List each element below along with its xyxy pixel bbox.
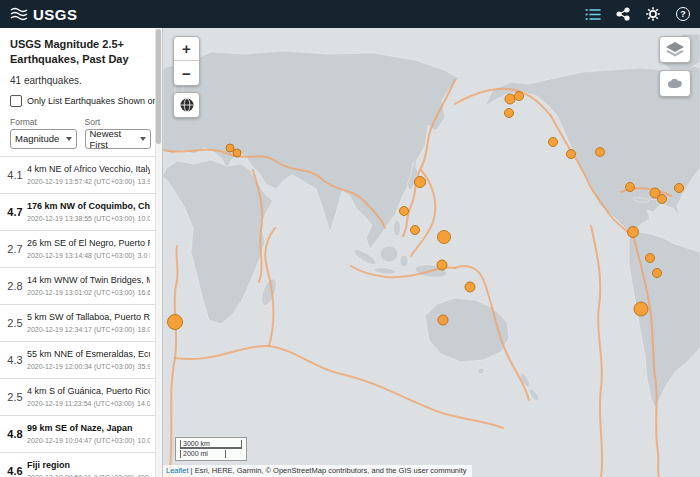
basemap-button[interactable] [659, 70, 691, 97]
earthquake-marker[interactable] [675, 184, 684, 193]
map-container: + − 3000 km [163, 28, 700, 477]
header-actions: ? [585, 6, 690, 22]
settings-gear-icon[interactable] [645, 6, 661, 22]
earthquake-time: 2020-12-19 12:34:17 (UTC+03:00) [27, 326, 135, 333]
earthquake-marker[interactable] [658, 195, 667, 204]
earthquake-marker[interactable] [634, 302, 648, 316]
earthquake-list-panel: USGS Magnitude 2.5+ Earthquakes, Past Da… [0, 28, 163, 477]
share-icon[interactable] [616, 7, 630, 21]
earthquake-list-item[interactable]: 4.1 4 km NE of Africo Vecchio, Italy 202… [0, 157, 155, 194]
earthquake-place: 14 km WNW of Twin Bridges, M... [27, 275, 150, 285]
leaflet-link[interactable]: Leaflet [166, 466, 189, 475]
earthquake-marker[interactable] [400, 207, 409, 216]
earthquake-marker[interactable] [628, 227, 639, 238]
earthquake-marker[interactable] [505, 94, 515, 104]
globe-icon [179, 97, 195, 113]
zoom-control: + − [173, 36, 200, 86]
earthquake-depth: 10.0 km [138, 215, 150, 222]
earthquake-time: 2020-12-19 13:57:42 (UTC+03:00) [27, 178, 135, 185]
earthquake-time: 2020-12-19 11:23:54 (UTC+03:00) [27, 400, 134, 407]
scrollbar-thumb[interactable] [156, 29, 161, 144]
earthquake-marker[interactable] [438, 231, 451, 244]
earthquake-list-item[interactable]: 2.5 5 km SW of Tallaboa, Puerto Rico 202… [0, 305, 155, 342]
earthquake-list-item[interactable]: 4.3 55 km NNE of Esmeraldas, Ecua... 202… [0, 342, 155, 379]
landmasses [163, 34, 700, 408]
earthquake-depth: 13.9 km [138, 178, 150, 185]
earthquake-marker[interactable] [168, 315, 183, 330]
format-select[interactable]: Magnitude [10, 129, 77, 149]
layers-icon [665, 41, 685, 58]
basemap-icon [666, 77, 684, 91]
magnitude-value: 2.8 [3, 274, 27, 298]
earthquake-place: 99 km SE of Naze, Japan [27, 423, 150, 433]
earthquake-marker[interactable] [549, 138, 558, 147]
sort-select[interactable]: Newest First [85, 129, 152, 149]
globe-button[interactable] [173, 92, 200, 118]
earthquake-depth: 18.0 km [138, 326, 150, 333]
earthquake-time: 2020-12-19 13:38:55 (UTC+03:00) [27, 215, 135, 222]
earthquake-marker[interactable] [415, 177, 426, 188]
attribution-text: | Esri, HERE, Garmin, © OpenStreetMap co… [189, 466, 467, 475]
help-icon[interactable]: ? [676, 7, 690, 21]
earthquake-place: 4 km NE of Africo Vecchio, Italy [27, 164, 150, 174]
magnitude-value: 4.8 [3, 422, 27, 446]
usgs-wave-icon [10, 7, 28, 21]
brand-text: USGS [33, 6, 78, 23]
earthquake-count: 41 earthquakes. [10, 75, 151, 86]
earthquake-place: 26 km SE of El Negro, Puerto Rico [27, 238, 150, 248]
earthquake-marker[interactable] [596, 148, 605, 157]
earthquake-list-item[interactable]: 4.8 99 km SE of Naze, Japan 2020-12-19 1… [0, 416, 155, 453]
earthquake-list-item[interactable]: 2.5 4 km S of Guánica, Puerto Rico 2020-… [0, 379, 155, 416]
earthquake-time: 2020-12-19 13:01:02 (UTC+03:00) [27, 289, 135, 296]
earthquake-marker[interactable] [567, 150, 576, 159]
earthquake-marker[interactable] [646, 254, 655, 263]
earthquake-marker[interactable] [653, 269, 662, 278]
zoom-out-button[interactable]: − [174, 61, 199, 85]
chevron-down-icon [140, 137, 146, 141]
scale-mi: 2000 mi [180, 450, 226, 458]
zoom-in-button[interactable]: + [174, 37, 199, 61]
earthquake-list-item[interactable]: 4.6 Fiji region 2020-12-19 09:56:11 (UTC… [0, 453, 155, 477]
earthquake-list-item[interactable]: 2.8 14 km WNW of Twin Bridges, M... 2020… [0, 268, 155, 305]
earthquake-marker[interactable] [626, 183, 635, 192]
earthquake-place: 55 km NNE of Esmeraldas, Ecua... [27, 349, 150, 359]
map-right-controls [659, 36, 691, 97]
earthquake-place: 4 km S of Guánica, Puerto Rico [27, 386, 150, 396]
world-map[interactable] [163, 28, 700, 477]
magnitude-value: 2.7 [3, 237, 27, 261]
earthquake-depth: 3.0 km [138, 252, 150, 259]
earthquake-list: 4.1 4 km NE of Africo Vecchio, Italy 202… [0, 156, 155, 477]
earthquake-place: 5 km SW of Tallaboa, Puerto Rico [27, 312, 150, 322]
earthquake-marker[interactable] [233, 149, 241, 157]
earthquake-marker[interactable] [438, 315, 448, 325]
format-value: Magnitude [15, 133, 59, 144]
earthquake-marker[interactable] [515, 92, 524, 101]
panel-title: USGS Magnitude 2.5+ Earthquakes, Past Da… [10, 37, 151, 68]
earthquake-marker[interactable] [226, 144, 234, 152]
map-filter-checkbox[interactable] [10, 95, 22, 107]
list-view-icon[interactable] [585, 8, 601, 21]
earthquake-place: 176 km NW of Coquimbo, Chile [27, 201, 150, 211]
app-header: USGS [0, 0, 700, 28]
earthquake-time: 2020-12-19 10:04:47 (UTC+03:00) [27, 437, 135, 444]
scale-km: 3000 km [180, 440, 242, 450]
earthquake-marker[interactable] [437, 260, 447, 270]
magnitude-value: 4.6 [3, 459, 27, 477]
layers-button[interactable] [659, 36, 691, 63]
earthquake-list-item[interactable]: 2.7 26 km SE of El Negro, Puerto Rico 20… [0, 231, 155, 268]
sort-label: Sort [85, 117, 152, 127]
chevron-down-icon [66, 137, 72, 141]
sidebar-scrollbar[interactable] [155, 28, 162, 477]
earthquake-depth: 10.0 km [138, 437, 150, 444]
earthquake-marker[interactable] [465, 282, 475, 292]
earthquake-depth: 16.6 km [138, 289, 150, 296]
usgs-logo[interactable]: USGS [10, 6, 78, 23]
earthquake-depth: 14.0 km [137, 400, 150, 407]
earthquake-marker[interactable] [505, 109, 514, 118]
magnitude-value: 2.5 [3, 385, 27, 409]
earthquake-depth: 35.9 km [138, 363, 150, 370]
format-label: Format [10, 117, 77, 127]
earthquake-list-item[interactable]: 4.7 176 km NW of Coquimbo, Chile 2020-12… [0, 194, 155, 231]
map-scale: 3000 km 2000 mi [175, 437, 247, 461]
earthquake-marker[interactable] [411, 226, 420, 235]
